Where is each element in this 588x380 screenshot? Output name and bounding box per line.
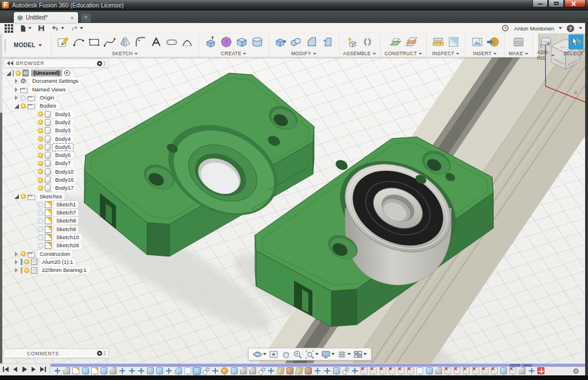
tree-expand-icon[interactable] bbox=[31, 235, 37, 241]
tree-expand-icon[interactable] bbox=[31, 152, 37, 159]
node-label[interactable]: Sketches bbox=[37, 193, 64, 200]
left-panel-edge[interactable] bbox=[0, 33, 2, 363]
user-menu-caret-icon[interactable] bbox=[559, 27, 562, 29]
timeline-feature-icon[interactable] bbox=[295, 367, 304, 374]
node-label[interactable]: Sketch1 bbox=[54, 201, 78, 208]
browser-item[interactable]: Origin bbox=[5, 94, 131, 102]
press-pull-icon[interactable] bbox=[273, 34, 288, 49]
node-label[interactable]: Alum20 (1):1 bbox=[40, 259, 75, 266]
tree-expand-icon[interactable] bbox=[6, 70, 12, 76]
node-label[interactable]: Bodies bbox=[37, 102, 59, 109]
visibility-bulb-icon[interactable] bbox=[38, 153, 43, 158]
timeline-feature-icon[interactable] bbox=[500, 367, 507, 374]
sketch-line-icon[interactable] bbox=[71, 34, 86, 49]
browser-item[interactable]: Sketch7 bbox=[5, 209, 131, 217]
browser-item[interactable]: Body17 bbox=[5, 184, 131, 192]
user-account-menu[interactable]: Anton Montonen bbox=[514, 25, 554, 32]
timeline-feature-icon[interactable] bbox=[454, 367, 461, 374]
section-analysis-icon[interactable] bbox=[446, 34, 461, 49]
job-status-clock-icon[interactable] bbox=[501, 24, 509, 32]
tree-expand-icon[interactable] bbox=[31, 210, 37, 216]
new-file-caret-icon[interactable] bbox=[28, 27, 32, 29]
zoom-window-caret-icon[interactable] bbox=[315, 353, 319, 355]
timeline-feature-icon[interactable] bbox=[380, 367, 386, 374]
node-label[interactable]: Sketch9 bbox=[54, 226, 78, 233]
sketch-group-dropdown[interactable]: SKETCH bbox=[112, 51, 138, 56]
visibility-bulb-icon[interactable] bbox=[38, 202, 43, 207]
timeline-feature-icon[interactable] bbox=[110, 367, 117, 374]
node-label[interactable]: Body7 bbox=[53, 160, 73, 167]
timeline-feature-icon[interactable] bbox=[258, 367, 265, 374]
timeline-feature-icon[interactable] bbox=[221, 367, 228, 374]
browser-item[interactable]: Sketch9 bbox=[5, 225, 131, 233]
tree-expand-icon[interactable] bbox=[14, 193, 20, 199]
comments-panel-grip[interactable] bbox=[104, 351, 106, 356]
timeline-feature-icon[interactable] bbox=[100, 367, 107, 374]
node-label[interactable]: Body1 bbox=[53, 111, 73, 118]
timeline-feature-icon[interactable] bbox=[249, 367, 256, 374]
timeline-feature-icon[interactable] bbox=[435, 367, 442, 374]
timeline-feature-icon[interactable] bbox=[444, 367, 451, 374]
node-label[interactable]: Document Settings bbox=[30, 78, 80, 85]
3d-print-icon[interactable] bbox=[511, 34, 526, 49]
timeline-feature-icon[interactable] bbox=[305, 367, 312, 374]
timeline-feature-icon[interactable] bbox=[129, 367, 136, 374]
tree-expand-icon[interactable] bbox=[31, 243, 37, 249]
modify-fillet-icon[interactable] bbox=[304, 34, 319, 49]
timeline-feature-icon[interactable] bbox=[156, 367, 163, 374]
tree-expand-icon[interactable] bbox=[31, 111, 37, 117]
tree-expand-icon[interactable] bbox=[31, 185, 37, 191]
tree-expand-icon[interactable] bbox=[31, 218, 37, 224]
visibility-bulb-icon[interactable] bbox=[38, 210, 43, 216]
tree-expand-icon[interactable] bbox=[14, 267, 20, 274]
browser-item[interactable]: Body2 bbox=[5, 118, 131, 126]
timeline-feature-icon[interactable] bbox=[519, 367, 525, 374]
timeline-feature-icon[interactable] bbox=[165, 367, 172, 374]
viewports-caret-icon[interactable] bbox=[363, 353, 367, 355]
timeline-feature-icon[interactable] bbox=[287, 367, 293, 374]
node-label[interactable]: Sketch28 bbox=[54, 242, 82, 249]
node-label[interactable]: Construction bbox=[37, 251, 72, 258]
tree-expand-icon[interactable] bbox=[14, 103, 20, 109]
close-button[interactable] bbox=[564, 0, 586, 7]
timeline-feature-icon[interactable] bbox=[528, 367, 535, 374]
browser-item[interactable]: Document Settings bbox=[5, 77, 131, 85]
browser-item[interactable]: (Unsaved) bbox=[5, 69, 131, 77]
node-label[interactable]: Named Views bbox=[30, 86, 68, 93]
browser-panel-dot-icon[interactable] bbox=[97, 61, 102, 66]
timeline-feature-icon[interactable] bbox=[203, 367, 210, 374]
timeline-feature-icon[interactable] bbox=[184, 367, 191, 374]
timeline-feature-icon[interactable] bbox=[463, 367, 470, 374]
pan-icon[interactable] bbox=[280, 349, 291, 360]
timeline-feature-icon[interactable] bbox=[147, 367, 154, 374]
timeline-feature-icon[interactable] bbox=[324, 367, 331, 374]
node-label[interactable]: Body17 bbox=[53, 185, 76, 191]
tree-expand-icon[interactable] bbox=[14, 95, 20, 101]
timeline-feature-icon[interactable] bbox=[509, 367, 516, 374]
tree-expand-icon[interactable] bbox=[14, 86, 20, 93]
browser-item[interactable]: Sketch1 bbox=[5, 201, 131, 209]
node-label[interactable]: Body16 bbox=[53, 176, 76, 183]
help-caret-icon[interactable] bbox=[579, 27, 582, 29]
node-label[interactable]: Body6 bbox=[53, 152, 73, 159]
tree-expand-icon[interactable] bbox=[31, 177, 37, 183]
undo-caret-icon[interactable] bbox=[61, 27, 64, 29]
visibility-bulb-icon[interactable] bbox=[24, 259, 29, 264]
browser-item[interactable]: Body7 bbox=[5, 159, 131, 167]
save-button[interactable] bbox=[37, 24, 45, 32]
timeline-feature-icon[interactable] bbox=[54, 367, 61, 374]
create-cylinder-icon[interactable] bbox=[250, 34, 265, 49]
offset-plane-icon[interactable] bbox=[388, 34, 403, 49]
timeline-feature-icon[interactable] bbox=[407, 367, 414, 374]
visibility-bulb-icon[interactable] bbox=[38, 144, 43, 149]
orbit-icon[interactable] bbox=[252, 349, 267, 360]
activate-radio-icon[interactable] bbox=[64, 70, 70, 76]
sketch-mirror-icon[interactable] bbox=[118, 34, 133, 49]
scripts-addins-icon[interactable] bbox=[539, 34, 554, 49]
select-group-dropdown[interactable]: SELECT bbox=[563, 51, 588, 56]
help-icon[interactable] bbox=[567, 25, 574, 32]
timeline-feature-icon[interactable] bbox=[82, 367, 89, 374]
construct-group-dropdown[interactable]: CONSTRUCT bbox=[385, 51, 422, 56]
maximize-button[interactable] bbox=[548, 0, 564, 7]
create-box-icon[interactable] bbox=[234, 34, 249, 49]
